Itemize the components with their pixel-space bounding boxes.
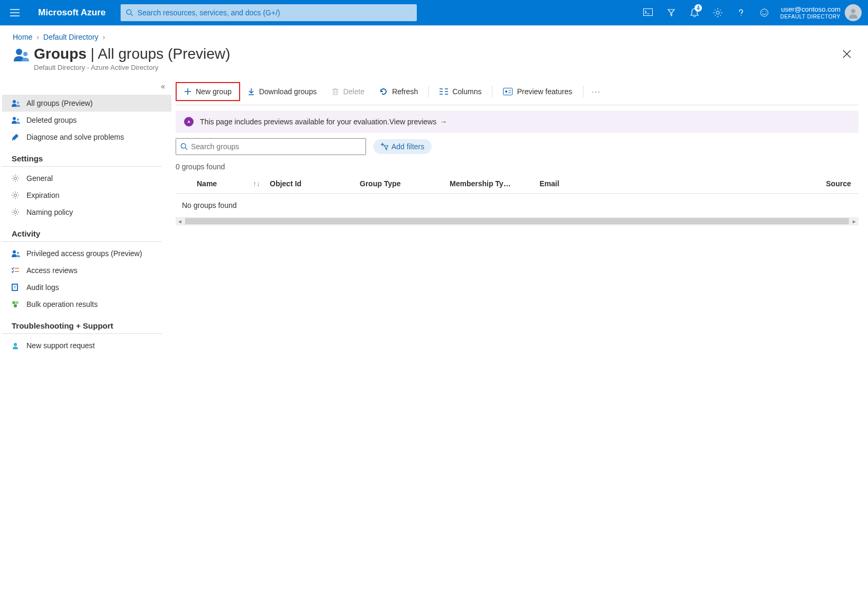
scroll-track[interactable]	[185, 218, 849, 224]
new-group-button[interactable]: New group	[176, 82, 240, 101]
svg-line-44	[17, 197, 19, 198]
sidebar-section-activity: Activity	[2, 221, 162, 242]
svg-point-3	[126, 10, 131, 14]
refresh-button[interactable]: Refresh	[372, 84, 425, 99]
sidebar-item-label: All groups (Preview)	[26, 99, 93, 107]
sidebar-item-bulk-results[interactable]: Bulk operation results	[2, 296, 171, 313]
breadcrumb-directory[interactable]: Default Directory	[43, 33, 98, 41]
sidebar-item-all-groups[interactable]: All groups (Preview)	[2, 95, 171, 112]
result-count: 0 groups found	[176, 158, 858, 174]
global-search-input[interactable]	[138, 8, 412, 17]
scroll-right-icon[interactable]: ►	[850, 219, 858, 224]
arrow-right-icon: →	[440, 117, 447, 126]
svg-point-66	[14, 304, 17, 307]
column-header-object-id[interactable]: Object Id	[266, 179, 355, 188]
svg-point-29	[14, 177, 17, 180]
filter-row: Add filters	[176, 138, 858, 155]
column-header-group-type[interactable]: Group Type	[355, 179, 445, 188]
svg-point-17	[761, 9, 768, 16]
close-blade-button[interactable]	[838, 46, 855, 62]
sidebar-item-label: Deleted groups	[26, 116, 77, 124]
column-header-email[interactable]: Email	[535, 179, 625, 188]
groups-icon	[12, 99, 23, 107]
directory-filter-icon[interactable]	[660, 0, 683, 25]
brand-label[interactable]: Microsoft Azure	[38, 7, 106, 18]
checklist-icon	[12, 267, 23, 274]
toolbar-separator	[428, 86, 429, 97]
page-subtitle: Default Directory - Azure Active Directo…	[34, 63, 230, 71]
settings-icon[interactable]	[706, 0, 729, 25]
svg-point-18	[762, 11, 763, 12]
refresh-icon	[379, 87, 388, 96]
svg-line-4	[131, 14, 133, 16]
sidebar-item-expiration[interactable]: Expiration	[2, 187, 171, 204]
svg-point-27	[13, 117, 16, 120]
svg-line-46	[17, 193, 19, 194]
help-icon[interactable]	[729, 0, 753, 25]
column-header-source[interactable]: Source	[625, 179, 858, 188]
collapse-sidebar-button[interactable]: «	[2, 80, 171, 95]
more-actions-button[interactable]: ···	[587, 84, 607, 99]
svg-line-53	[17, 214, 19, 215]
sort-icon[interactable]: ↑↓	[253, 179, 260, 188]
svg-point-7	[716, 11, 719, 14]
sidebar-item-general[interactable]: General	[2, 170, 171, 187]
svg-point-21	[16, 49, 22, 55]
sidebar-item-label: General	[26, 174, 53, 183]
sidebar-section-support: Troubleshooting + Support	[2, 313, 162, 334]
command-bar: New group Download groups Delete Refresh…	[176, 78, 858, 105]
sidebar-item-access-reviews[interactable]: Access reviews	[2, 262, 171, 279]
sidebar-item-naming-policy[interactable]: Naming policy	[2, 204, 171, 221]
search-icon	[126, 9, 133, 16]
hamburger-menu-icon[interactable]	[6, 4, 23, 21]
add-filters-button[interactable]: Add filters	[373, 139, 432, 154]
svg-point-16	[741, 15, 742, 16]
horizontal-scrollbar[interactable]: ◄ ►	[176, 217, 858, 225]
feedback-icon[interactable]	[753, 0, 776, 25]
svg-line-34	[13, 176, 14, 177]
svg-point-26	[17, 102, 19, 104]
search-groups-input[interactable]	[191, 142, 361, 151]
svg-point-64	[12, 301, 15, 304]
sidebar-item-label: New support request	[26, 341, 95, 350]
sidebar-item-deleted-groups[interactable]: Deleted groups	[2, 112, 171, 129]
view-previews-link[interactable]: View previews→	[389, 117, 447, 126]
user-email: user@contoso.com	[780, 5, 840, 14]
svg-line-14	[715, 15, 716, 16]
filter-icon	[381, 143, 388, 150]
breadcrumb-home[interactable]: Home	[13, 33, 32, 41]
svg-point-47	[14, 211, 17, 214]
scroll-left-icon[interactable]: ◄	[176, 219, 184, 224]
user-directory: DEFAULT DIRECTORY	[780, 14, 840, 20]
svg-rect-61	[13, 285, 17, 290]
user-account[interactable]: user@contoso.com DEFAULT DIRECTORY	[780, 5, 840, 20]
global-search	[121, 4, 417, 21]
sidebar-item-label: Audit logs	[26, 283, 59, 292]
download-groups-button[interactable]: Download groups	[240, 84, 324, 99]
sidebar-item-audit-logs[interactable]: Audit logs	[2, 279, 171, 296]
sidebar-item-label: Access reviews	[26, 266, 77, 275]
content-area: New group Download groups Delete Refresh…	[171, 78, 868, 354]
columns-button[interactable]: Columns	[432, 84, 489, 99]
svg-line-35	[17, 180, 19, 182]
sidebar-item-label: Bulk operation results	[26, 300, 98, 308]
sidebar-item-privileged-access[interactable]: Privileged access groups (Preview)	[2, 245, 171, 262]
sidebar-item-support-request[interactable]: New support request	[2, 337, 171, 354]
chevron-right-icon: ›	[103, 33, 105, 41]
sidebar-item-diagnose[interactable]: Diagnose and solve problems	[2, 129, 171, 146]
preview-features-button[interactable]: Preview features	[496, 84, 579, 99]
notifications-icon[interactable]: 4	[683, 0, 706, 25]
groups-icon	[13, 48, 34, 62]
book-icon	[12, 284, 23, 291]
sidebar-item-label: Diagnose and solve problems	[26, 133, 124, 141]
svg-line-43	[13, 193, 14, 194]
column-header-membership-type[interactable]: Membership Ty…	[445, 179, 535, 188]
svg-point-19	[765, 11, 766, 12]
column-header-name[interactable]: Name ↑↓	[176, 179, 266, 188]
toolbar-separator	[492, 86, 492, 97]
svg-point-20	[851, 9, 855, 13]
avatar[interactable]	[845, 4, 862, 21]
cloud-shell-icon[interactable]	[636, 0, 660, 25]
notification-badge: 4	[695, 4, 702, 12]
breadcrumb: Home › Default Directory ›	[0, 25, 868, 46]
